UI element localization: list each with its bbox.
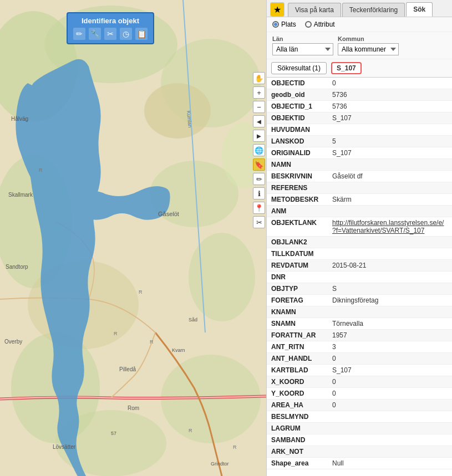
radio-row: Plats Attribut bbox=[267, 17, 452, 32]
field-key: geodb_oid bbox=[267, 89, 328, 101]
star-button[interactable]: ★ bbox=[270, 2, 285, 17]
svg-text:Kvarn: Kvarn bbox=[172, 347, 185, 353]
field-key: ARK_NOT bbox=[267, 446, 328, 458]
tab-teckenforklaring[interactable]: Teckenförklaring bbox=[342, 3, 405, 17]
radio-plats[interactable]: Plats bbox=[272, 21, 296, 28]
toolbar-icon-draw[interactable]: ✏ bbox=[73, 28, 85, 40]
forward-icon[interactable]: ► bbox=[253, 130, 265, 142]
table-row: SNAMNTörnevalla bbox=[267, 318, 452, 330]
field-value: Gåselöt df bbox=[328, 171, 452, 182]
field-key: OBJLANK2 bbox=[267, 237, 328, 248]
globe-icon[interactable]: 🌐 bbox=[253, 144, 265, 156]
table-row: REVDATUM2015-08-21 bbox=[267, 260, 452, 272]
table-row: ORIGINALIDS_107 bbox=[267, 147, 452, 159]
field-value: 2015-08-21 bbox=[328, 260, 452, 272]
table-row: ANM bbox=[267, 206, 452, 217]
field-key: ORIGINALID bbox=[267, 147, 328, 159]
svg-text:Såd: Såd bbox=[189, 317, 197, 323]
field-value: 0 bbox=[328, 388, 452, 400]
radio-plats-label: Plats bbox=[281, 21, 296, 28]
field-key: TILLKDATUM bbox=[267, 248, 328, 260]
field-value: 0 bbox=[328, 400, 452, 411]
field-value: 1957 bbox=[328, 330, 452, 341]
radio-attribut[interactable]: Attribut bbox=[305, 21, 335, 28]
field-key: KNAMN bbox=[267, 306, 328, 318]
table-row: X_KOORD0 bbox=[267, 376, 452, 388]
map-svg: Hålväg Skallmark Sandtorp Overby Lövsätt… bbox=[0, 0, 266, 476]
svg-point-11 bbox=[144, 83, 211, 139]
search-results-bar: Sökresultat (1) S_107 bbox=[267, 59, 452, 78]
table-row: AREA_HA0 bbox=[267, 400, 452, 411]
info-icon[interactable]: ℹ bbox=[253, 187, 265, 199]
table-row: OBJTYPS bbox=[267, 283, 452, 295]
toolbar-icon-time[interactable]: ◷ bbox=[120, 28, 132, 40]
svg-text:R: R bbox=[139, 289, 143, 295]
field-key: DNR bbox=[267, 272, 328, 283]
field-value: S_107 bbox=[328, 147, 452, 159]
field-key: METODBESKR bbox=[267, 194, 328, 206]
map-area[interactable]: Hålväg Skallmark Sandtorp Overby Lövsätt… bbox=[0, 0, 266, 476]
lan-label: Län bbox=[272, 35, 333, 42]
table-row: BESKRIVNINGåselöt df bbox=[267, 171, 452, 182]
field-key: KARTBLAD bbox=[267, 365, 328, 376]
pan-tool-icon[interactable]: ✋ bbox=[253, 72, 265, 84]
table-row: BESLMYND bbox=[267, 411, 452, 423]
table-row: OBJECTID0 bbox=[267, 78, 452, 89]
table-row: SAMBAND bbox=[267, 434, 452, 446]
toolbar-icon-clip[interactable]: 📋 bbox=[135, 28, 148, 40]
kommun-select[interactable]: Alla kommuner bbox=[338, 43, 399, 55]
field-key: NAMN bbox=[267, 159, 328, 171]
toolbar-title: Identifiera objekt bbox=[73, 17, 148, 25]
field-key: OBJTYP bbox=[267, 283, 328, 295]
table-row: METODBESKRSkärm bbox=[267, 194, 452, 206]
zoom-out-icon[interactable]: − bbox=[253, 101, 265, 113]
table-row: DNR bbox=[267, 272, 452, 283]
bookmark-icon[interactable]: 🔖 bbox=[253, 158, 265, 171]
field-value bbox=[328, 237, 452, 248]
field-key: Shape_area bbox=[267, 458, 328, 469]
svg-text:Lövsätter: Lövsätter bbox=[53, 444, 76, 450]
table-row: FORETAGDikningsföretag bbox=[267, 295, 452, 306]
table-row: KARTBLADS_107 bbox=[267, 365, 452, 376]
edit-icon[interactable]: ✏ bbox=[253, 173, 265, 185]
field-key: REFERENS bbox=[267, 182, 328, 194]
toolbar-icons: ✏ 🔧 ✂ ◷ 📋 bbox=[73, 28, 148, 40]
back-icon[interactable]: ◄ bbox=[253, 115, 265, 127]
svg-text:57: 57 bbox=[111, 431, 116, 436]
field-key: OBJECTID bbox=[267, 78, 328, 89]
field-key: BESLMYND bbox=[267, 411, 328, 423]
field-key: ANM bbox=[267, 206, 328, 217]
radio-plats-circle bbox=[272, 21, 279, 28]
table-row: ANT_HANDL0 bbox=[267, 353, 452, 365]
tab-visa-pa-karta[interactable]: Visa på karta bbox=[288, 3, 341, 17]
field-value: S bbox=[328, 283, 452, 295]
field-value: Skärm bbox=[328, 194, 452, 206]
svg-text:Skallmark: Skallmark bbox=[8, 192, 33, 198]
toolbar-icon-cut[interactable]: ✂ bbox=[104, 28, 116, 40]
map-nav: ✋ + − ◄ ► 🌐 🔖 ✏ ℹ 📍 ✂ bbox=[252, 0, 266, 476]
data-table: OBJECTID0geodb_oid5736OBJECTID_15736OBJE… bbox=[267, 78, 452, 476]
table-row: REFERENS bbox=[267, 182, 452, 194]
field-value: 5 bbox=[328, 136, 452, 147]
field-key: OBJEKTID bbox=[267, 112, 328, 124]
svg-text:Rom: Rom bbox=[128, 405, 139, 411]
scissors-icon[interactable]: ✂ bbox=[253, 216, 265, 228]
s107-badge[interactable]: S_107 bbox=[331, 62, 362, 74]
tab-sok[interactable]: Sök bbox=[406, 2, 433, 17]
toolbar-icon-select[interactable]: 🔧 bbox=[89, 28, 101, 40]
field-value: Törnevalla bbox=[328, 318, 452, 330]
location-pin-icon[interactable]: 📍 bbox=[253, 202, 265, 214]
field-value: S_107 bbox=[328, 112, 452, 124]
field-value: S_107 bbox=[328, 365, 452, 376]
table-row: OBJEKTLANKhttp://filutforskaren.lansstyr… bbox=[267, 217, 452, 237]
zoom-in-icon[interactable]: + bbox=[253, 86, 265, 99]
svg-text:Grindtor: Grindtor bbox=[211, 461, 229, 467]
table-row: geodb_oid5736 bbox=[267, 89, 452, 101]
field-value[interactable]: http://filutforskaren.lansstyrelsen.se/e… bbox=[328, 217, 452, 237]
field-key: FORETAG bbox=[267, 295, 328, 306]
field-key: OBJEKTLANK bbox=[267, 217, 328, 237]
table-row: HUVUDMAN bbox=[267, 124, 452, 136]
lan-select[interactable]: Alla län bbox=[272, 43, 333, 55]
field-value: 0 bbox=[328, 353, 452, 365]
sokresultat-button[interactable]: Sökresultat (1) bbox=[271, 62, 327, 74]
